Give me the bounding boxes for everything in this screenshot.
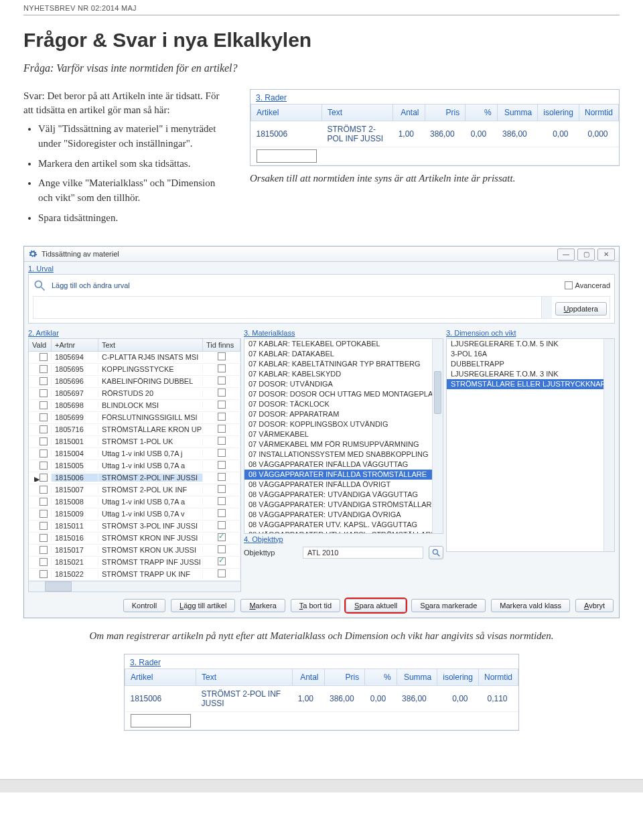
col-antal[interactable]: Antal bbox=[293, 669, 324, 685]
window-titlebar[interactable]: Tidssättning av materiel — ▢ ✕ bbox=[24, 247, 619, 262]
artiklar-row[interactable]: 1815016STRÖMST KRON INF JUSSI bbox=[29, 533, 240, 545]
materialklass-item[interactable]: 08 VÄGGAPPARATER INFÄLLDA VÄGGUTTAG bbox=[244, 460, 443, 470]
materialklass-item[interactable]: 08 VÄGGAPPARATER: UTVÄNDIGA STRÖMSTÄLLAR… bbox=[244, 500, 443, 510]
window-maximize-button[interactable]: ▢ bbox=[577, 249, 595, 261]
table-row[interactable]: 1815006 STRÖMST 2-POL INF JUSSI 1,00 386… bbox=[125, 685, 518, 711]
spara-aktuell-button[interactable]: Spara aktuell bbox=[346, 599, 406, 612]
materialklass-item[interactable]: 07 KABLAR: TELEKABEL OPTOKABEL bbox=[244, 339, 443, 349]
svg-point-2 bbox=[433, 549, 437, 554]
artiklar-row[interactable]: 1805694C-PLATTA RJ45 INSATS MSI bbox=[29, 352, 240, 364]
artiklar-row[interactable]: 1815021STRÖMST TRAPP INF JUSSI bbox=[29, 557, 240, 569]
materialklass-item[interactable]: 07 DOSOR: DOSOR OCH UTTAG MED MONTAGEPLA… bbox=[244, 389, 443, 399]
urval-button-text[interactable]: Lägg till och ändra urval bbox=[52, 281, 130, 289]
artiklar-row[interactable]: 1805716STRÖMSTÄLLARE KRON UP PV bbox=[29, 424, 240, 436]
objekttyp-browse-button[interactable] bbox=[429, 546, 443, 559]
caption-1: Orsaken till att normtiden inte syns är … bbox=[250, 173, 620, 184]
artiklar-row[interactable]: 1815005Uttag 1-v inkl USB 0,7A a bbox=[29, 460, 240, 472]
artikel-input[interactable] bbox=[131, 714, 191, 727]
dimension-scrollbar[interactable] bbox=[603, 339, 614, 551]
markera-button[interactable]: Markera bbox=[240, 599, 285, 612]
materialklass-item[interactable]: 07 KABLAR: KABELSKYDD bbox=[244, 369, 443, 379]
cell-antal: 1,00 bbox=[293, 685, 324, 711]
col-normtid[interactable]: Normtid bbox=[478, 669, 518, 685]
artiklar-row[interactable]: 1815001STRÖMST 1-POL UK bbox=[29, 436, 240, 448]
artiklar-row[interactable]: 1815004Uttag 1-v inkl USB 0,7A j bbox=[29, 448, 240, 460]
col-artikel[interactable]: Artikel bbox=[251, 104, 322, 121]
artiklar-row[interactable]: 1815008Uttag 1-v inkl USB 0,7A a bbox=[29, 496, 240, 508]
artiklar-row[interactable]: 1805699FÖRSLUTNINGSSIGILL MSI bbox=[29, 412, 240, 424]
materialklass-item[interactable]: 07 KABLAR: KABELTÄTNINGAR TYP BRATTBERG bbox=[244, 359, 443, 369]
col-pris[interactable]: Pris bbox=[324, 669, 365, 685]
materialklass-item[interactable]: 07 DOSOR: TÄCKLOCK bbox=[244, 399, 443, 409]
markera-vald-klass-button[interactable]: Markera vald klass bbox=[491, 599, 570, 612]
col-pct[interactable]: % bbox=[466, 104, 497, 121]
bullet-item: Markera den artikel som ska tidsättas. bbox=[38, 157, 231, 171]
dimension-item[interactable]: DUBBELTRAPP bbox=[447, 359, 614, 369]
materialklass-item[interactable]: 08 VÄGGAPPARATER: UTVÄNDIGA ÖVRIGA bbox=[244, 510, 443, 520]
avancerad-checkbox[interactable]: Avancerad bbox=[565, 281, 610, 289]
col-pris[interactable]: Pris bbox=[425, 104, 466, 121]
materialklass-item[interactable]: 08 VÄGGAPPARATER INFÄLLDA STRÖMSTÄLLARE bbox=[244, 470, 443, 480]
artiklar-row[interactable]: 1805697RÖRSTUDS 20 bbox=[29, 388, 240, 400]
objekttyp-value[interactable]: ATL 2010 bbox=[303, 547, 423, 559]
artiklar-row[interactable]: 1815009Uttag 1-v inkl USB 0,7A v bbox=[29, 508, 240, 520]
artiklar-row[interactable]: 1815017STRÖMST KRON UK JUSSI bbox=[29, 545, 240, 557]
materialklass-item[interactable]: 07 KABLAR: DATAKABEL bbox=[244, 349, 443, 359]
urval-scrollbar[interactable] bbox=[541, 297, 552, 318]
window-minimize-button[interactable]: — bbox=[557, 249, 575, 261]
artiklar-h-scrollbar[interactable] bbox=[29, 581, 240, 591]
materialklass-item[interactable]: 07 DOSOR: UTVÄNDIGA bbox=[244, 379, 443, 389]
col-artnr[interactable]: +Artnr bbox=[52, 339, 98, 351]
materialklass-item[interactable]: 08 VÄGGAPPARATER UTV. KAPSL. STRÖMSTÄLLA… bbox=[244, 530, 443, 534]
col-pct[interactable]: % bbox=[365, 669, 397, 685]
col-normtid[interactable]: Normtid bbox=[579, 104, 618, 121]
col-summa[interactable]: Summa bbox=[497, 104, 538, 121]
dimension-label: 3. Dimension och vikt bbox=[446, 328, 615, 338]
materialklass-item[interactable]: 08 VÄGGAPPARATER: UTVÄNDIGA VÄGGUTTAG bbox=[244, 490, 443, 500]
dimension-item[interactable]: STRÖMSTÄLLARE ELLER LJUSTRYCKKNAPP bbox=[447, 379, 614, 389]
artiklar-row[interactable]: 1805696KABELINFÖRING DUBBEL bbox=[29, 376, 240, 388]
dimension-item[interactable]: 3-POL 16A bbox=[447, 349, 614, 359]
artiklar-row[interactable]: 1815011STRÖMST 3-POL INF JUSSI bbox=[29, 520, 240, 533]
materialklass-item[interactable]: 07 VÄRMEKABEL bbox=[244, 429, 443, 439]
materialklass-item[interactable]: 07 VÄRMEKABEL MM FÖR RUMSUPPVÄRMNING bbox=[244, 439, 443, 449]
dimension-item[interactable]: LJUSREGLERARE T.O.M. 5 INK bbox=[447, 339, 614, 349]
artikel-input[interactable] bbox=[257, 149, 317, 163]
materialklass-item[interactable]: 07 INSTALLATIONSSYSTEM MED SNABBKOPPLING bbox=[244, 449, 443, 460]
col-artikel[interactable]: Artikel bbox=[125, 669, 196, 685]
cell-iso: 0,00 bbox=[437, 685, 479, 711]
artiklar-row[interactable]: 1815022STRÖMST TRAPP UK INF bbox=[29, 569, 240, 581]
uppdatera-button[interactable]: Uppdatera bbox=[555, 302, 607, 316]
dimension-list[interactable]: LJUSREGLERARE T.O.M. 5 INK3-POL 16ADUBBE… bbox=[446, 338, 615, 552]
col-summa[interactable]: Summa bbox=[397, 669, 437, 685]
kontroll-button[interactable]: Kontroll bbox=[123, 599, 165, 612]
artiklar-row[interactable]: 1805698BLINDLOCK MSI bbox=[29, 400, 240, 412]
artiklar-row[interactable]: ▶1815006STRÖMST 2-POL INF JUSSI bbox=[29, 472, 240, 484]
window-close-button[interactable]: ✕ bbox=[597, 249, 615, 261]
col-text[interactable]: Text bbox=[98, 339, 203, 351]
table-row[interactable]: 1815006 STRÖMST 2-POL INF JUSSI 1,00 386… bbox=[251, 121, 619, 147]
artiklar-row[interactable]: 1815007STRÖMST 2-POL UK INF bbox=[29, 484, 240, 496]
col-isolering[interactable]: isolering bbox=[437, 669, 479, 685]
spara-markerade-button[interactable]: Spara markerade bbox=[411, 599, 486, 612]
svg-line-1 bbox=[42, 287, 45, 290]
col-text[interactable]: Text bbox=[196, 669, 293, 685]
col-antal[interactable]: Antal bbox=[393, 104, 425, 121]
col-text[interactable]: Text bbox=[322, 104, 393, 121]
materialklass-item[interactable]: 08 VÄGGAPPARATER INFÄLLDA ÖVRIGT bbox=[244, 480, 443, 490]
col-vald[interactable]: Vald bbox=[29, 339, 52, 351]
window-title: Tidssättning av materiel bbox=[42, 250, 119, 258]
col-isolering[interactable]: isolering bbox=[538, 104, 579, 121]
materialklass-list[interactable]: 07 KABLAR: TELEKABEL OPTOKABEL07 KABLAR:… bbox=[244, 338, 443, 534]
objekttyp-field-label: Objekttyp bbox=[244, 549, 297, 557]
lagg-till-artikel-button[interactable]: Lägg till artikel bbox=[171, 599, 235, 612]
materialklass-item[interactable]: 07 DOSOR: APPARATRAM bbox=[244, 409, 443, 419]
materialklass-item[interactable]: 08 VÄGGAPPARATER UTV. KAPSL. VÄGGUTTAG bbox=[244, 520, 443, 530]
avbryt-button[interactable]: Avbryt bbox=[575, 599, 614, 612]
materialklass-item[interactable]: 07 DOSOR: KOPPLINGSBOX UTVÄNDIG bbox=[244, 419, 443, 429]
dimension-item[interactable]: LJUSREGLERARE T.O.M. 3 INK bbox=[447, 369, 614, 379]
col-tidfinns[interactable]: Tid finns bbox=[203, 339, 240, 351]
ta-bort-tid-button[interactable]: Ta bort tid bbox=[291, 599, 340, 612]
materialklass-scrollbar[interactable] bbox=[432, 339, 443, 533]
artiklar-row[interactable]: 1805695KOPPLINGSSTYCKE bbox=[29, 364, 240, 376]
